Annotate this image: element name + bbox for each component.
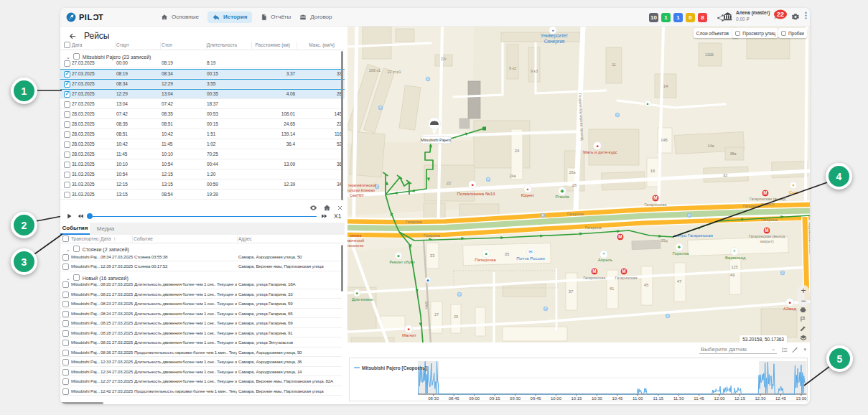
svg-text:11:15: 11:15 [653, 396, 664, 401]
svg-text:10:00: 10:00 [551, 396, 562, 401]
svg-text:А2мед: А2мед [783, 307, 797, 311]
svg-text:09:00: 09:00 [469, 396, 480, 401]
svg-text:+: + [602, 251, 605, 256]
svg-text:томатологии Клиники: томатологии Клиники [347, 188, 375, 192]
svg-text:Гагарина: Гагарина [424, 233, 441, 238]
svg-text:Pravda: Pravda [555, 195, 569, 199]
svg-text:Mitsubishi Pajero: Mitsubishi Pajero [421, 138, 451, 142]
svg-text:Гагарина: Гагарина [406, 220, 423, 224]
svg-text:Поликлиника №13: Поликлиника №13 [457, 191, 495, 196]
svg-text:11:45: 11:45 [694, 396, 704, 401]
svg-text:M: M [653, 195, 657, 200]
svg-text:■: ■ [647, 102, 649, 106]
svg-text:12:00: 12:00 [714, 396, 726, 401]
svg-text:08:30: 08:30 [428, 396, 439, 401]
svg-text:Гагаринская: Гагаринская [583, 276, 605, 280]
svg-text:■: ■ [596, 144, 598, 148]
svg-text:09:30: 09:30 [510, 396, 521, 401]
svg-text:M: M [763, 190, 767, 195]
svg-text:P: P [616, 113, 618, 117]
svg-text:Мяч: Мяч [424, 302, 429, 309]
svg-text:Гагарина: Гагарина [743, 204, 760, 208]
svg-text:38а: 38а [729, 151, 737, 156]
svg-text:✉: ✉ [528, 249, 532, 254]
svg-text:M: M [618, 234, 622, 239]
svg-text:P: P [544, 307, 546, 311]
svg-text:22: 22 [447, 181, 452, 185]
svg-text:16: 16 [650, 169, 655, 173]
svg-text:12:45: 12:45 [775, 396, 787, 401]
svg-text:Магнит: Магнит [402, 333, 416, 337]
svg-text:P: P [487, 178, 489, 182]
svg-text:Гагарина: Гагарина [567, 212, 584, 216]
svg-text:Почта России: Почта России [516, 256, 545, 261]
svg-text:■: ■ [485, 251, 487, 256]
svg-text:09:15: 09:15 [490, 396, 501, 401]
svg-text:9 к2: 9 к2 [509, 66, 516, 70]
svg-text:◆: ◆ [426, 278, 429, 282]
svg-text:■: ■ [788, 300, 790, 304]
svg-text:P: P [541, 214, 543, 218]
svg-text:M: M [592, 269, 596, 274]
svg-text:32: 32 [723, 173, 728, 177]
svg-text:авической: авической [347, 238, 364, 243]
svg-text:10:45: 10:45 [612, 396, 623, 401]
svg-text:Юдент: Юдент [521, 193, 535, 197]
svg-text:линика: линика [350, 233, 362, 238]
svg-text:P: P [666, 314, 668, 318]
svg-text:37: 37 [569, 289, 574, 294]
svg-text:22г: 22г [441, 57, 447, 61]
svg-text:41: 41 [610, 286, 615, 291]
svg-text:Апрель: Апрель [598, 258, 612, 262]
svg-text:26: 26 [572, 183, 577, 187]
svg-text:Фармленд: Фармленд [724, 256, 746, 260]
svg-text:■: ■ [355, 291, 358, 295]
svg-text:47: 47 [677, 279, 682, 284]
svg-text:Горилка: Горилка [673, 251, 689, 256]
svg-text:Мать и дитя-кудс: Мать и дитя-кудс [583, 150, 617, 154]
svg-text:Гагаринская: Гагаринская [644, 202, 666, 207]
svg-text:Гагаринская (выход: Гагаринская (выход [750, 197, 786, 201]
svg-text:22 стр1: 22 стр1 [387, 70, 401, 74]
svg-text:14а: 14а [707, 144, 714, 148]
svg-text:Университет: Университет [541, 33, 568, 39]
svg-text:гатологии: гатологии [347, 243, 363, 248]
svg-text:13:00: 13:00 [795, 396, 807, 401]
svg-text:закрыт): закрыт) [760, 239, 774, 243]
svg-text:26а: 26а [569, 170, 576, 174]
svg-text:09:45: 09:45 [531, 396, 542, 401]
svg-text:◆: ◆ [397, 253, 400, 258]
svg-text:Mitsubishi Pajero [Скорость]: Mitsubishi Pajero [Скорость] [362, 365, 426, 371]
svg-text:иника терапевтической: иника терапевтической [347, 183, 376, 187]
svg-text:49: 49 [730, 273, 735, 277]
svg-text:Ремонт обуви: Ремонт обуви [389, 260, 414, 264]
svg-text:Синергия: Синергия [544, 39, 565, 45]
svg-text:M: M [765, 228, 768, 233]
svg-text:▲: ▲ [526, 187, 530, 191]
svg-text:P: P [688, 214, 690, 218]
svg-text:33: 33 [430, 253, 435, 258]
svg-text:125: 125 [731, 265, 737, 269]
svg-text:закрыт): закрыт) [760, 202, 775, 206]
svg-text:14: 14 [663, 84, 668, 88]
svg-text:СамГМУ: СамГМУ [350, 193, 365, 197]
svg-text:P: P [379, 106, 381, 110]
svg-text:Дом книжки: Дом книжки [352, 297, 373, 302]
svg-text:Гагаринская (выход: Гагаринская (выход [749, 234, 785, 238]
svg-text:14Б: 14Б [661, 138, 668, 142]
svg-text:♣: ♣ [678, 244, 681, 249]
svg-text:45: 45 [644, 283, 649, 287]
svg-text:■: ■ [471, 182, 473, 187]
svg-text:M: M [622, 269, 625, 274]
svg-text:22: 22 [777, 11, 784, 18]
svg-text:111Б: 111Б [705, 52, 714, 57]
svg-text:метро Гагаринская: метро Гагаринская [674, 233, 713, 238]
svg-text:Соло: Соло [789, 190, 800, 195]
svg-text:12:30: 12:30 [755, 396, 766, 401]
svg-text:P: P [458, 293, 460, 297]
svg-text:●: ● [551, 28, 554, 32]
svg-text:29: 29 [454, 314, 458, 319]
svg-text:Пятерочка: Пятерочка [475, 258, 496, 262]
svg-text:+: + [733, 248, 736, 253]
svg-text:11:30: 11:30 [673, 396, 684, 401]
